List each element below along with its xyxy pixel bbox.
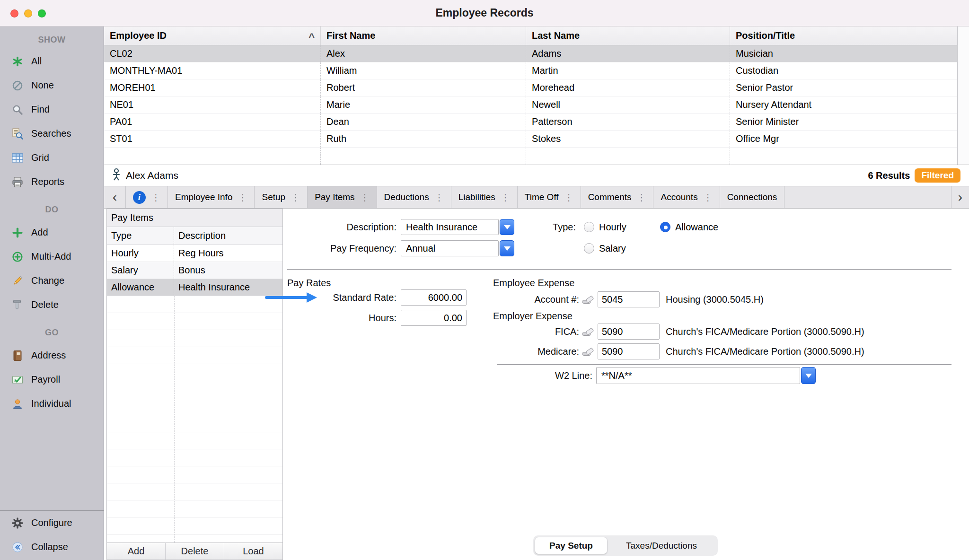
hours-input[interactable] (401, 310, 467, 326)
tab-accounts[interactable]: Accounts ⋮ (653, 186, 720, 208)
tab-menu-icon[interactable]: ⋮ (501, 192, 510, 203)
tab-menu-icon[interactable]: ⋮ (151, 192, 160, 203)
table-row[interactable]: ST01 Ruth Stokes Office Mgr (104, 131, 969, 148)
tabs-scroll-right-button[interactable]: › (951, 186, 969, 208)
column-header-first-name[interactable]: First Name (321, 26, 526, 45)
list-item[interactable]: Allowance Health Insurance (107, 279, 282, 296)
results-count: 6 Results (868, 170, 910, 181)
titlebar: Employee Records (0, 0, 969, 26)
radio-selected-icon (660, 222, 670, 232)
radio-allowance[interactable]: Allowance (660, 219, 718, 235)
tab-menu-icon[interactable]: ⋮ (361, 192, 370, 203)
column-header-description[interactable]: Description (174, 227, 282, 245)
vertical-scrollbar[interactable] (957, 26, 969, 165)
account-lookup-icon[interactable] (581, 346, 595, 357)
tab-menu-icon[interactable]: ⋮ (637, 192, 646, 203)
sidebar-item-delete[interactable]: Delete (0, 293, 104, 317)
cell-employee-id: ST01 (104, 131, 321, 147)
pay-items-panel-title: Pay Items (107, 209, 282, 227)
sidebar-item-collapse[interactable]: Collapse (0, 535, 104, 559)
table-row[interactable]: NE01 Marie Newell Nursery Attendant (104, 96, 969, 114)
tab-menu-icon[interactable]: ⋮ (704, 192, 713, 203)
column-header-employee-id[interactable]: Employee ID ^ (104, 26, 321, 45)
traffic-lights (10, 9, 46, 18)
tab-deductions[interactable]: Deductions ⋮ (377, 186, 451, 208)
tab-liabilities[interactable]: Liabilities ⋮ (451, 186, 518, 208)
sidebar-item-searches[interactable]: Searches (0, 122, 104, 146)
standard-rate-input[interactable] (401, 289, 467, 306)
zoom-window-button[interactable] (38, 9, 46, 18)
tab-menu-icon[interactable]: ⋮ (291, 192, 300, 203)
sidebar-item-grid[interactable]: Grid (0, 146, 104, 170)
tab-time-off[interactable]: Time Off ⋮ (518, 186, 581, 208)
radio-label: Hourly (599, 222, 626, 233)
column-header-type[interactable]: Type (107, 227, 174, 245)
radio-salary[interactable]: Salary (584, 240, 626, 256)
cell-employee-id: NE01 (104, 96, 321, 113)
sidebar-item-payroll[interactable]: Payroll (0, 368, 104, 392)
table-row[interactable]: MONTHLY-MA01 William Martin Custodian (104, 62, 969, 79)
filtered-badge[interactable]: Filtered (915, 168, 960, 183)
account-lookup-icon[interactable] (581, 326, 595, 337)
sidebar-item-label: Find (31, 104, 50, 115)
list-item[interactable]: Salary Bonus (107, 262, 282, 279)
sidebar-item-label: Multi-Add (31, 251, 71, 262)
sidebar-item-individual[interactable]: Individual (0, 392, 104, 416)
table-row[interactable]: CL02 Alex Adams Musician (104, 45, 969, 62)
fica-account-description: Church's FICA/Medicare Portion (3000.509… (666, 324, 864, 340)
tab-employee-info[interactable]: Employee Info ⋮ (168, 186, 255, 208)
tab-bar: ‹ i ⋮ Employee Info ⋮ Setup ⋮ Pay Items … (104, 186, 969, 209)
tab-pay-setup[interactable]: Pay Setup (535, 537, 607, 554)
tab-menu-icon[interactable]: ⋮ (435, 192, 444, 203)
tabs-scroll-left-button[interactable]: ‹ (104, 186, 126, 208)
tab-comments[interactable]: Comments ⋮ (581, 186, 654, 208)
sidebar-item-find[interactable]: Find (0, 97, 104, 122)
w2-line-dropdown[interactable]: **N/A** (596, 367, 816, 384)
table-row[interactable]: PA01 Dean Patterson Senior Minister (104, 114, 969, 131)
sidebar-item-configure[interactable]: Configure (0, 511, 104, 535)
column-header-last-name[interactable]: Last Name (526, 26, 730, 45)
account-number-input[interactable] (598, 291, 660, 307)
list-item[interactable]: Hourly Reg Hours (107, 245, 282, 262)
sidebar-item-address[interactable]: Address (0, 343, 104, 368)
employee-table-header: Employee ID ^ First Name Last Name Posit… (104, 26, 969, 45)
sidebar-item-reports[interactable]: Reports (0, 170, 104, 194)
close-window-button[interactable] (10, 9, 18, 18)
fica-account-input[interactable] (598, 324, 660, 340)
tab-taxes-deductions[interactable]: Taxes/Deductions (607, 537, 716, 554)
sidebar-item-change[interactable]: Change (0, 269, 104, 293)
sidebar-item-add[interactable]: Add (0, 220, 104, 245)
description-dropdown[interactable]: Health Insurance (401, 219, 514, 235)
pay-frequency-dropdown-button[interactable] (500, 240, 514, 256)
cell-first-name: Ruth (321, 131, 526, 147)
w2-line-dropdown-button[interactable] (801, 367, 816, 384)
sidebar-item-label: None (31, 80, 54, 91)
cell-last-name: Patterson (526, 114, 730, 130)
sidebar-item-multi-add[interactable]: Multi-Add (0, 245, 104, 269)
sidebar-item-none[interactable]: None (0, 73, 104, 97)
table-row[interactable]: MOREH01 Robert Morehead Senior Pastor (104, 79, 969, 96)
info-icon: i (133, 191, 146, 204)
tab-info[interactable]: i ⋮ (126, 186, 168, 208)
load-pay-item-button[interactable]: Load (224, 543, 282, 560)
pay-setup-segmented-control: Pay Setup Taxes/Deductions (533, 535, 718, 556)
account-lookup-icon[interactable] (581, 294, 595, 305)
tab-menu-icon[interactable]: ⋮ (564, 192, 573, 203)
medicare-account-input[interactable] (598, 343, 660, 359)
sidebar-item-label: Individual (31, 398, 71, 409)
cell-employee-id: MOREH01 (104, 79, 321, 96)
sidebar-item-all[interactable]: All (0, 49, 104, 73)
tab-setup[interactable]: Setup ⋮ (255, 186, 308, 208)
pay-frequency-dropdown[interactable]: Annual (401, 240, 514, 256)
tab-connections[interactable]: Connections (720, 186, 785, 208)
radio-hourly[interactable]: Hourly (584, 219, 626, 235)
column-header-position[interactable]: Position/Title (730, 26, 969, 45)
hours-label: Hours: (265, 310, 396, 326)
add-pay-item-button[interactable]: Add (107, 543, 166, 560)
tab-menu-icon[interactable]: ⋮ (238, 192, 247, 203)
delete-pay-item-button[interactable]: Delete (166, 543, 224, 560)
minimize-window-button[interactable] (24, 9, 32, 18)
cell-position: Senior Pastor (730, 79, 969, 96)
tab-pay-items[interactable]: Pay Items ⋮ (308, 186, 377, 208)
cell-employee-id: CL02 (104, 45, 321, 62)
